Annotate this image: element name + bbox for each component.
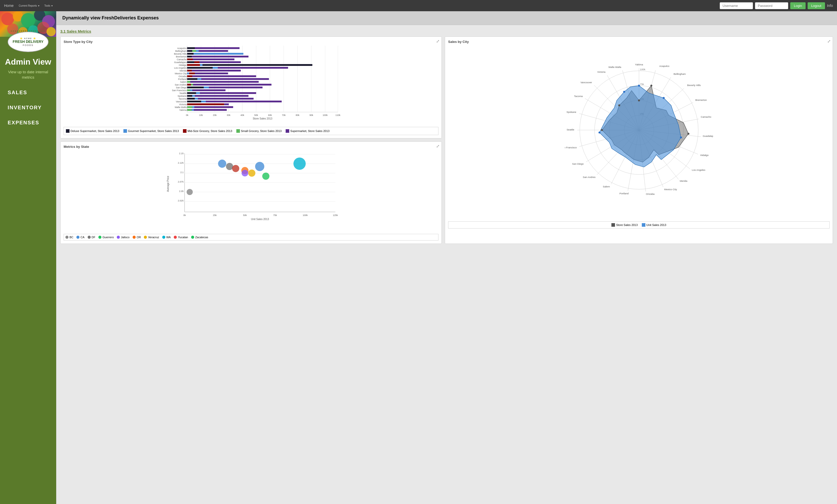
svg-point-214: [638, 85, 640, 87]
svg-rect-79: [213, 67, 218, 69]
svg-text:25k: 25k: [213, 214, 217, 217]
scatter-dot-or: [132, 236, 136, 239]
svg-text:40k: 40k: [241, 114, 244, 116]
legend-color-supermarket: [286, 129, 289, 133]
svg-rect-99: [187, 89, 190, 91]
scatter-legend-bc: BC: [66, 236, 73, 239]
radar-legend-store-sales: Store Sales 2013: [611, 223, 638, 227]
svg-text:60k: 60k: [268, 114, 272, 116]
scatter-chart-panel: Metrics by State ⤢ 2.15 2.125 2.1: [60, 142, 442, 244]
username-input[interactable]: [720, 2, 753, 9]
svg-rect-88: [187, 78, 197, 80]
svg-text:Salem: Salem: [603, 185, 610, 188]
svg-rect-69: [187, 58, 234, 60]
logo-decoration-top: [11, 31, 46, 32]
scatter-chart-container: 2.15 2.125 2.1 2.075 2.05 2.025: [64, 151, 439, 232]
svg-text:Bremerton: Bremerton: [695, 98, 707, 101]
sidebar-subtitle: View up to date internal metrics: [0, 69, 56, 85]
left-charts: Store Type by City ⤢: [60, 37, 442, 244]
logout-button[interactable]: Logout: [808, 2, 825, 9]
svg-text:San Diego: San Diego: [572, 162, 584, 165]
svg-text:125k: 125k: [333, 214, 338, 217]
svg-text:Tacoma: Tacoma: [574, 95, 583, 97]
svg-marker-208: [600, 86, 681, 167]
svg-rect-117: [192, 106, 194, 108]
svg-rect-67: [187, 56, 249, 57]
scatter-legend-guerrero: Guerrero: [99, 236, 114, 239]
scatter-dot-zacatecas: [191, 236, 194, 239]
scatter-legend-ca: CA: [76, 236, 84, 239]
scatter-chart-expand[interactable]: ⤢: [436, 144, 440, 149]
scatter-legend-df: DF: [88, 236, 95, 239]
svg-text:Orizaba: Orizaba: [646, 192, 655, 195]
svg-rect-68: [187, 56, 192, 57]
svg-text:75k: 75k: [273, 214, 277, 217]
svg-rect-63: [192, 50, 196, 52]
password-input[interactable]: [755, 2, 788, 9]
scatter-dot-bc: [66, 236, 69, 239]
svg-point-149: [255, 162, 264, 171]
svg-text:Victoria: Victoria: [597, 71, 606, 73]
navbar: Home Current Reports ▾ Tools ▾ Login Log…: [0, 0, 837, 11]
svg-text:Orizaba: Orizaba: [179, 75, 187, 78]
navbar-right: Login Logout Info: [720, 2, 833, 9]
svg-rect-103: [196, 92, 200, 94]
svg-text:75k: 75k: [640, 83, 644, 86]
svg-text:50k: 50k: [254, 114, 258, 116]
bar-chart-expand[interactable]: ⤢: [436, 39, 440, 44]
legend-item-gourmet: Gourmet Supermarket, Store Sales 2013: [123, 129, 179, 133]
svg-text:Hidalgo: Hidalgo: [179, 64, 187, 67]
svg-point-152: [242, 170, 248, 176]
content-area: 3.1 Sales Metrics Store Type by City ⤢: [56, 25, 837, 251]
scatter-legend-jalisco: Jalisco: [117, 236, 129, 239]
svg-text:Store Sales 2013: Store Sales 2013: [253, 117, 272, 120]
svg-text:50k: 50k: [243, 214, 247, 217]
svg-rect-116: [187, 106, 192, 108]
svg-point-217: [599, 131, 601, 133]
svg-rect-78: [187, 67, 213, 69]
svg-text:Tacoma: Tacoma: [179, 97, 187, 100]
sidebar-item-inventory[interactable]: INVENTORY: [0, 100, 56, 115]
svg-rect-104: [187, 95, 249, 97]
svg-rect-112: [201, 100, 206, 102]
radar-chart-title: Sales by City: [448, 40, 830, 44]
sidebar-item-expenses[interactable]: EXPENSES: [0, 115, 56, 130]
svg-rect-105: [187, 95, 192, 97]
radar-chart-expand[interactable]: ⤢: [827, 39, 831, 44]
svg-point-150: [262, 173, 270, 180]
page-title: Dynamically view FreshDeliveries Expense…: [56, 11, 837, 25]
svg-text:100k: 100k: [323, 114, 328, 116]
svg-rect-94: [191, 84, 193, 86]
radar-legend: Store Sales 2013 Unit Sales 2013: [448, 221, 830, 228]
svg-text:20k: 20k: [213, 114, 217, 116]
svg-text:San Andres: San Andres: [583, 176, 595, 179]
svg-text:Seattle: Seattle: [566, 128, 574, 131]
svg-text:70k: 70k: [282, 114, 286, 116]
svg-rect-60: [187, 47, 195, 49]
svg-rect-108: [187, 98, 195, 99]
scatter-chart-title: Metrics by State: [64, 145, 439, 149]
svg-text:Guadalajara: Guadalajara: [702, 134, 713, 137]
svg-point-148: [248, 170, 255, 177]
svg-rect-113: [187, 104, 224, 105]
nav-home[interactable]: Home: [4, 4, 14, 8]
svg-rect-90: [187, 81, 259, 83]
scatter-dot-yucatan: [174, 236, 177, 239]
info-button[interactable]: Info: [827, 4, 833, 8]
svg-rect-75: [187, 64, 200, 66]
login-button[interactable]: Login: [790, 2, 805, 9]
scatter-dot-veracruz: [144, 236, 147, 239]
nav-current-reports[interactable]: Current Reports ▾: [19, 4, 39, 7]
svg-text:Yakima: Yakima: [179, 109, 186, 111]
svg-rect-76: [200, 64, 202, 66]
svg-text:Vancouver: Vancouver: [580, 81, 592, 84]
sidebar-item-sales[interactable]: SALES: [0, 85, 56, 100]
scatter-dot-guerrero: [99, 236, 102, 239]
svg-rect-93: [187, 84, 191, 86]
scatter-dot-ca: [76, 236, 79, 239]
svg-point-216: [680, 136, 682, 138]
nav-tools[interactable]: Tools ▾: [44, 4, 53, 7]
legend-item-supermarket: Supermarket, Store Sales 2013: [286, 129, 330, 133]
svg-point-0: [1, 13, 14, 25]
svg-text:Spokane: Spokane: [178, 95, 187, 97]
